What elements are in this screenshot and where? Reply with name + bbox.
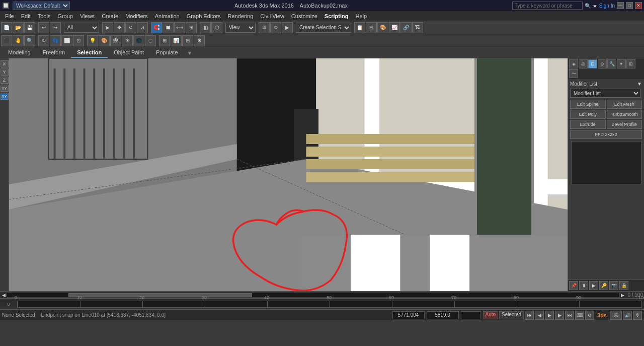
select-btn[interactable]: ▶	[102, 22, 113, 33]
axis-xy2-btn[interactable]: XY	[1, 93, 9, 100]
star-icon[interactable]: ★	[593, 3, 597, 9]
menu-customize[interactable]: Customize	[288, 12, 320, 20]
menu-graph-editors[interactable]: Graph Editors	[184, 12, 224, 20]
vp-pan[interactable]: 🤚	[13, 35, 24, 46]
redo-btn[interactable]: ↪	[50, 22, 61, 33]
rp-tab-create[interactable]: ✦	[617, 59, 626, 68]
edit-spline-btn[interactable]: Edit Spline	[570, 100, 606, 109]
viewport[interactable]: [+][Orthographic][Smooth + Highlights]	[9, 58, 568, 291]
minimize-button[interactable]: —	[617, 2, 624, 9]
vp-grid[interactable]: ⊞	[159, 35, 170, 46]
open-btn[interactable]: 📂	[13, 22, 24, 33]
selected-label[interactable]: Selected	[499, 311, 524, 319]
array-btn[interactable]: ⊞	[186, 22, 197, 33]
sign-in-text[interactable]: Sign In	[599, 3, 615, 9]
close-button[interactable]: ✕	[635, 2, 642, 9]
vp-zoom[interactable]: 🔍	[24, 35, 35, 46]
vp-walk[interactable]: 👣	[50, 35, 61, 46]
render-frame-btn[interactable]: 🖥	[259, 22, 270, 33]
menu-create[interactable]: Create	[99, 12, 121, 20]
vp-zoom-sel[interactable]: ⊡	[73, 35, 84, 46]
prev-frame-btn[interactable]: ◀	[535, 311, 544, 320]
rp-camera-btn[interactable]: 📷	[609, 281, 618, 290]
axis-xy-btn[interactable]: XY	[1, 85, 9, 92]
menu-modifiers[interactable]: Modifiers	[122, 12, 151, 20]
scroll-left-btn[interactable]: ◀	[1, 293, 7, 298]
menu-file[interactable]: File	[2, 12, 17, 20]
vp-vp-config[interactable]: ⚙	[194, 35, 205, 46]
edit-poly-btn[interactable]: Edit Poly	[570, 110, 606, 119]
coord-z[interactable]	[461, 311, 481, 319]
vp-shadow[interactable]: 🌑	[133, 35, 144, 46]
vp-orbit[interactable]: ↻	[38, 35, 49, 46]
rp-tab-utility[interactable]: 🔧	[607, 59, 616, 68]
snap-btn[interactable]: 🧲	[151, 22, 162, 33]
auto-key-btn[interactable]: Auto	[483, 311, 499, 319]
menu-rendering[interactable]: Rendering	[225, 12, 257, 20]
time-config-btn[interactable]: ⚙	[585, 311, 594, 320]
axis-z-btn[interactable]: Z	[1, 77, 9, 84]
axis-y-btn[interactable]: Y	[1, 68, 9, 76]
align-btn[interactable]: ⊟	[366, 22, 377, 33]
render-settings-btn[interactable]: ⚙	[270, 22, 281, 33]
key-mode-btn[interactable]: ⌨	[575, 311, 584, 320]
render-btn[interactable]: ▶	[282, 22, 293, 33]
tab-freeform[interactable]: Freeform	[37, 48, 71, 58]
lang-btn[interactable]: 英	[610, 311, 622, 320]
turbosmooth-btn[interactable]: TurboSmooth	[607, 110, 642, 119]
mic-btn[interactable]: 🎙	[633, 311, 642, 320]
vp-zoom-ext[interactable]: ⬜	[61, 35, 72, 46]
menu-tools[interactable]: Tools	[35, 12, 54, 20]
scene-btn[interactable]: 🏗	[412, 22, 423, 33]
mirror-btn[interactable]: ⟺	[174, 22, 185, 33]
snap2-btn[interactable]: 🔲	[163, 22, 174, 33]
rp-play-btn[interactable]: ▶	[589, 281, 598, 290]
select-filter-dropdown[interactable]: All	[64, 23, 99, 33]
coord-x[interactable]: 5771.004	[392, 311, 425, 319]
sound-btn[interactable]: 🔊	[623, 311, 632, 320]
rp-tab-hierarchy[interactable]: ⊕	[598, 59, 607, 68]
search-input[interactable]	[512, 2, 583, 10]
scrollbar-thumb[interactable]	[68, 293, 252, 297]
timeline-track[interactable]: 0102030405060708090100	[17, 301, 642, 308]
vp-wire[interactable]: 🕸	[110, 35, 121, 46]
timeline-scrollbar[interactable]: ◀ ▶ 0 / 100	[0, 291, 644, 298]
layer-btn[interactable]: ◧	[200, 22, 211, 33]
next-frame-btn[interactable]: ▶	[555, 311, 564, 320]
rp-tab-motion[interactable]: ◎	[579, 59, 588, 68]
vp-material[interactable]: 🎨	[99, 35, 110, 46]
rotate-btn[interactable]: ↺	[125, 22, 136, 33]
view-dropdown[interactable]: View	[225, 23, 256, 33]
menu-views[interactable]: Views	[77, 12, 98, 20]
schematic-btn[interactable]: 🔗	[400, 22, 412, 33]
rp-tab-helper[interactable]: ⊞	[626, 59, 635, 68]
vp-lighting[interactable]: ☀	[122, 35, 133, 46]
workspace-dropdown[interactable]: Workspace: Default	[13, 2, 70, 10]
new-btn[interactable]: 📄	[1, 22, 12, 33]
menu-scripting[interactable]: Scripting	[321, 12, 352, 20]
scale-btn[interactable]: ⊿	[137, 22, 148, 33]
vp-render-level[interactable]: 💡	[87, 35, 98, 46]
search-icon[interactable]: 🔍	[585, 3, 591, 9]
vp-stats[interactable]: 📊	[171, 35, 182, 46]
rp-lock-btn[interactable]: 🔒	[619, 281, 628, 290]
create-selection-set[interactable]: Create Selection Set	[296, 23, 351, 33]
play-prev-btn[interactable]: ⏮	[525, 311, 534, 320]
axis-x-btn[interactable]: X	[1, 60, 9, 67]
vp-safe-frame[interactable]: ⊞	[182, 35, 193, 46]
rp-tab-spline[interactable]: 〜	[569, 69, 578, 78]
save-btn[interactable]: 💾	[24, 22, 35, 33]
vp-ambient[interactable]: ◌	[145, 35, 156, 46]
menu-edit[interactable]: Edit	[18, 12, 34, 20]
modifier-dropdown[interactable]: Modifier List	[570, 89, 640, 98]
named-sel-btn[interactable]: 📋	[354, 22, 365, 33]
modifier-expand-icon[interactable]: ▼	[637, 81, 642, 87]
rp-tab-modifier[interactable]: ⊟	[588, 59, 597, 68]
rp-tab-display[interactable]: ◈	[569, 59, 578, 68]
edit-mesh-btn[interactable]: Edit Mesh	[607, 100, 642, 109]
rp-key-btn[interactable]: 🔑	[599, 281, 608, 290]
coord-y[interactable]: 5819.0	[427, 311, 459, 319]
menu-animation[interactable]: Animation	[152, 12, 183, 20]
bevel-profile-btn[interactable]: Bevel Profile	[607, 120, 642, 129]
menu-group[interactable]: Group	[54, 12, 76, 20]
